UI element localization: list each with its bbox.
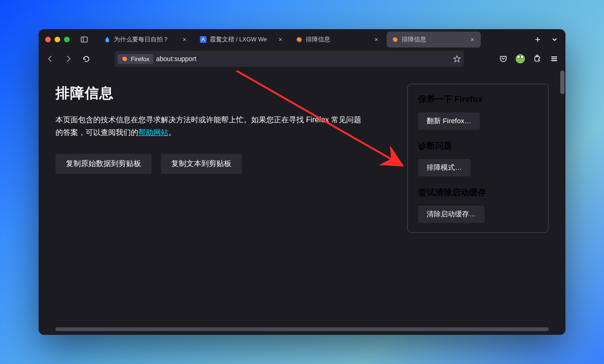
tab-2[interactable]: 排障信息 × (291, 32, 385, 47)
tab-label: 为什么要每日自拍？ (114, 36, 178, 44)
page-intro: 本页面包含的技术信息在您寻求解决方法时或许能帮上忙。如果您正在寻找 Firefo… (56, 113, 366, 139)
tab-0[interactable]: 为什么要每日自拍？ × (99, 32, 193, 47)
back-button[interactable] (42, 51, 58, 67)
window-minimize-button[interactable] (55, 37, 60, 42)
help-site-link[interactable]: 帮助网站 (138, 128, 168, 136)
svg-point-9 (536, 55, 538, 57)
extensions-button[interactable] (530, 51, 545, 66)
copy-text-button[interactable]: 复制文本到剪贴板 (161, 154, 242, 174)
tab-close-icon[interactable]: × (469, 36, 476, 43)
svg-rect-2 (200, 36, 207, 43)
refresh-firefox-button[interactable]: 翻新 Firefox… (418, 112, 480, 130)
reload-button[interactable] (78, 51, 94, 67)
firefox-icon (295, 36, 303, 43)
clear-startup-cache-button[interactable]: 清除启动缓存… (418, 206, 485, 223)
pocket-button[interactable] (496, 51, 511, 66)
tab-label: 霞鹜文楷 / LXGW We (210, 36, 274, 44)
url-text: about:support (156, 55, 197, 63)
list-all-tabs-button[interactable] (548, 32, 562, 47)
nav-toolbar: Firefox about:support (39, 50, 565, 71)
action-box: 保养一下 Firefox 翻新 Firefox… 诊断问题 排障模式… 尝试清除… (407, 84, 548, 233)
svg-marker-8 (454, 55, 461, 62)
titlebar: 为什么要每日自拍？ × 霞鹜文楷 / LXGW We × 排障信息 × (39, 29, 565, 50)
horizontal-scrollbar[interactable] (56, 327, 548, 331)
vertical-scrollbar[interactable] (560, 71, 564, 94)
frog-icon (516, 54, 525, 63)
new-tab-button[interactable] (531, 32, 545, 47)
sidebar-toggle-button[interactable] (77, 32, 91, 47)
diagnose-heading: 诊断问题 (418, 140, 538, 151)
tab-1[interactable]: 霞鹜文楷 / LXGW We × (195, 32, 289, 47)
identity-box[interactable]: Firefox (118, 54, 153, 64)
window-close-button[interactable] (45, 37, 51, 42)
tab-label: 排障信息 (306, 36, 370, 44)
tab-close-icon[interactable]: × (277, 36, 284, 43)
blue-square-icon (199, 36, 207, 43)
forward-button[interactable] (60, 51, 76, 67)
app-menu-button[interactable] (547, 51, 562, 66)
firefox-icon (391, 36, 399, 43)
svg-rect-0 (81, 37, 87, 42)
window-maximize-button[interactable] (64, 37, 70, 42)
traffic-lights (42, 37, 74, 42)
cache-heading: 尝试清除启动缓存 (418, 187, 538, 198)
tab-3-active[interactable]: 排障信息 × (387, 32, 481, 47)
refresh-heading: 保养一下 Firefox (418, 94, 538, 105)
copy-raw-button[interactable]: 复制原始数据到剪贴板 (56, 154, 151, 174)
drop-icon (103, 36, 111, 43)
tab-close-icon[interactable]: × (373, 36, 380, 43)
url-bar[interactable]: Firefox about:support (115, 51, 464, 67)
firefox-icon (121, 55, 128, 62)
browser-window: 为什么要每日自拍？ × 霞鹜文楷 / LXGW We × 排障信息 × (39, 29, 565, 335)
tab-close-icon[interactable]: × (181, 36, 188, 43)
troubleshoot-mode-button[interactable]: 排障模式… (418, 159, 470, 176)
tab-label: 排障信息 (402, 36, 466, 44)
identity-label: Firefox (131, 55, 150, 63)
bookmark-star-icon[interactable] (453, 55, 461, 63)
toolbar-right (496, 51, 562, 66)
page-content: 排障信息 本页面包含的技术信息在您寻求解决方法时或许能帮上忙。如果您正在寻找 F… (39, 71, 565, 335)
tab-strip: 为什么要每日自拍？ × 霞鹜文楷 / LXGW We × 排障信息 × (98, 29, 528, 50)
extension-frog-button[interactable] (513, 51, 528, 66)
